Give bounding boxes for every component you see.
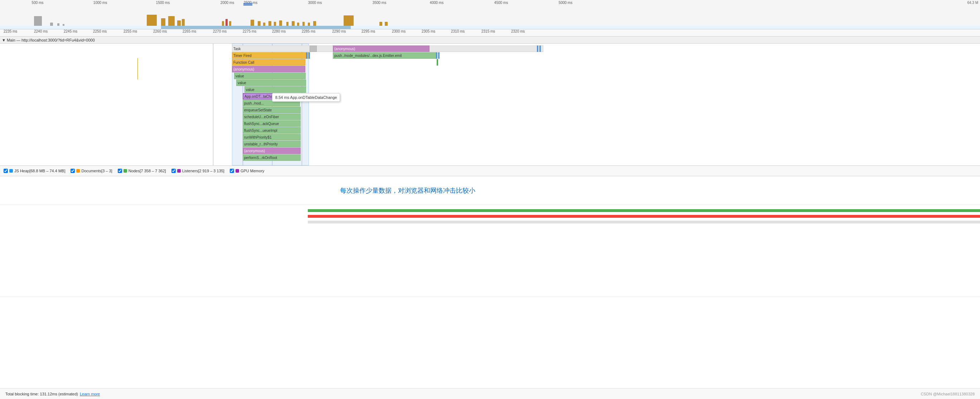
track-header: ▼ Main — http://localhost:3000/?tid=RFu4… — [0, 37, 980, 44]
metric-js-heap-label: JS Heap[68.8 MB – 74.4 MB] — [14, 169, 65, 173]
flush-ack-bar[interactable]: flushSync...ackQueue — [243, 120, 301, 127]
perform-bar[interactable]: performS...rkOnRoot — [243, 154, 301, 161]
thin-vertical-line — [137, 58, 138, 80]
tick-2275: 2275 ms — [243, 29, 256, 33]
track-title: ▼ Main — http://localhost:3000/?tid=RFu4… — [2, 38, 95, 42]
metric-nodes-color — [124, 169, 127, 172]
gold-spike-5 — [182, 19, 185, 26]
progress-bg — [0, 26, 980, 29]
metric-gpu-color — [235, 169, 239, 172]
enqueue-bar[interactable]: enqueueSetState — [243, 107, 301, 113]
push-right-bar[interactable]: push../node_modules/...dex.js.Emitter.em… — [333, 52, 437, 59]
tick-2300: 2300 ms — [392, 29, 406, 33]
footer: Total blocking time: 131.12ms (estimated… — [0, 388, 980, 399]
metric-listeners-label: Listeners[2 919 – 3 135] — [182, 169, 224, 173]
red-spike-1 — [226, 19, 228, 26]
metric-listeners-color — [177, 169, 181, 172]
tick-2265: 2265 ms — [183, 29, 196, 33]
unstable-bar[interactable]: unstable_r...thPriority — [243, 141, 301, 147]
size-label: 64.3 M — [967, 1, 978, 5]
gold-spike-11 — [269, 21, 271, 26]
value-bar-1[interactable]: value — [234, 73, 305, 79]
tick-2240: 2240 ms — [34, 29, 48, 33]
green-long-bar — [308, 209, 980, 212]
metric-nodes[interactable]: Nodes[7 358 – 7 362] — [118, 169, 166, 173]
anon-right-bar[interactable]: (anonymous) — [333, 45, 430, 52]
gold-spike-1 — [147, 15, 157, 26]
anonymous-bar-2[interactable]: (anonymous) — [243, 148, 301, 154]
blocking-time-text: Total blocking time: 131.12ms (estimated… — [5, 392, 78, 396]
main-container: 500 ms 1000 ms 1500 ms 2000 ms 2500 ms 3… — [0, 0, 980, 399]
tick-4500ms: 4500 ms — [494, 1, 508, 5]
tick-2310: 2310 ms — [451, 29, 465, 33]
metric-documents-color — [76, 169, 80, 172]
metric-js-heap-color — [9, 169, 13, 172]
metric-gpu-checkbox[interactable] — [230, 169, 234, 173]
metric-nodes-label: Nodes[7 358 – 7 362] — [129, 169, 166, 173]
vline-2270 — [213, 44, 213, 166]
gold-spike-3 — [168, 16, 175, 26]
tick-5000ms: 5000 ms — [559, 1, 572, 5]
metric-documents-checkbox[interactable] — [70, 169, 75, 173]
timer-fired-bar[interactable]: Timer Fired — [232, 52, 309, 59]
blue-marker-right-1 — [436, 52, 438, 59]
tooltip: 8.54 ms App.onDTableDataChange — [272, 93, 340, 102]
tick-2260: 2260 ms — [153, 29, 167, 33]
value-bar-2[interactable]: value — [236, 80, 306, 86]
schedule-bar[interactable]: scheduleU...eOnFiber — [243, 113, 301, 120]
value-bar-3[interactable]: value — [245, 86, 306, 93]
anonymous-bar[interactable]: (anonymous) — [232, 66, 305, 72]
function-call-bar[interactable]: Function Call — [232, 59, 305, 65]
tick-1500ms: 1500 ms — [156, 1, 170, 5]
metric-gpu[interactable]: GPU Memory — [230, 169, 264, 173]
metrics-bar: JS Heap[68.8 MB – 74.4 MB] Documents[3 –… — [0, 166, 980, 176]
metric-gpu-label: GPU Memory — [240, 169, 264, 173]
gold-spike-20 — [344, 15, 354, 26]
top-ruler: 500 ms 1000 ms 1500 ms 2000 ms 2500 ms 3… — [0, 0, 980, 29]
metric-nodes-checkbox[interactable] — [118, 169, 122, 173]
metric-documents-label: Documents[3 – 3] — [81, 169, 112, 173]
far-right-marker-1 — [537, 45, 538, 52]
task-bar-ext — [310, 45, 317, 52]
metric-js-heap-checkbox[interactable] — [3, 169, 8, 173]
tick-3500ms: 3500 ms — [372, 1, 386, 5]
chinese-text: 每次操作少量数据，对浏览器和网络冲击比较小 — [340, 186, 475, 195]
timer-marker-2 — [309, 52, 310, 59]
flush-impl-bar[interactable]: flushSync...ueueImpl — [243, 127, 301, 134]
gold-spike-19 — [313, 21, 316, 26]
far-right-marker-2 — [539, 45, 541, 52]
tick-3000ms: 3000 ms — [308, 1, 322, 5]
gray-spike-1 — [34, 16, 42, 26]
metric-documents[interactable]: Documents[3 – 3] — [70, 169, 112, 173]
watermark: CSDN @Michael18811380328 — [921, 392, 975, 396]
metric-js-heap[interactable]: JS Heap[68.8 MB – 74.4 MB] — [3, 169, 65, 173]
metric-listeners-checkbox[interactable] — [172, 169, 176, 173]
bottom-chart — [0, 205, 980, 297]
red-long-bar — [308, 215, 980, 218]
tooltip-text: 8.54 ms App.onDTableDataChange — [275, 95, 337, 100]
tick-2245: 2245 ms — [64, 29, 77, 33]
spacer — [0, 297, 980, 389]
tick-2250: 2250 ms — [93, 29, 107, 33]
chinese-text-area: 每次操作少量数据，对浏览器和网络冲击比较小 — [0, 176, 980, 205]
gray-long-bar — [308, 221, 980, 223]
tick-2295: 2295 ms — [361, 29, 375, 33]
blue-marker-right-2 — [438, 52, 439, 59]
tick-2280: 2280 ms — [272, 29, 286, 33]
tick-2315: 2315 ms — [481, 29, 495, 33]
tick-2320: 2320 ms — [511, 29, 525, 33]
gold-spike-15 — [292, 21, 294, 26]
tick-2290: 2290 ms — [332, 29, 346, 33]
green-short-1 — [437, 59, 438, 65]
tick-2000ms: 2000 ms — [221, 1, 234, 5]
tick-4000ms: 4000 ms — [430, 1, 444, 5]
run-priority-bar[interactable]: runWithPriority$1 — [243, 134, 301, 140]
timer-marker-1 — [306, 52, 307, 59]
tick-2235: 2235 ms — [3, 29, 17, 33]
tick-2305: 2305 ms — [422, 29, 435, 33]
metric-listeners[interactable]: Listeners[2 919 – 3 135] — [172, 169, 224, 173]
tick-2270: 2270 ms — [213, 29, 227, 33]
gold-spike-7 — [229, 21, 231, 26]
tick-1000ms: 1000 ms — [94, 1, 107, 5]
learn-more-link[interactable]: Learn more — [80, 392, 100, 396]
